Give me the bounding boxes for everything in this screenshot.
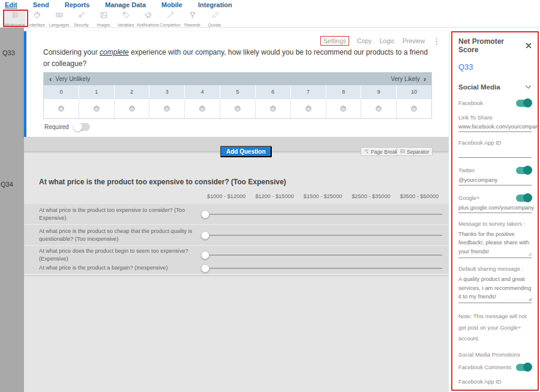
slider-handle[interactable] [201,210,209,219]
menu-reports[interactable]: Reports [65,1,90,8]
facebook-app-id-2-input[interactable] [458,385,532,391]
scale-value: 2 [115,85,150,98]
separator-icon [400,149,405,155]
slider-handle[interactable] [201,264,209,273]
twitter-handle-input[interactable]: @yourcompany [458,174,532,185]
chevron-down-icon[interactable] [525,85,532,89]
toolbar-item-languages[interactable]: Languages [48,9,70,27]
toolbar-item-completion[interactable]: Completion [159,9,181,27]
toolbar-item-notifications[interactable]: Notifications [137,9,159,27]
toolbar-item-rewards[interactable]: Rewards [181,9,203,27]
radio-button[interactable] [270,106,276,112]
toolbar-label: Interface [29,23,44,27]
facebook-app-id-input[interactable] [458,146,532,158]
close-icon[interactable] [526,43,532,49]
facebook-toggle[interactable] [516,100,532,107]
toolbar-item-workspace[interactable]: Workspace [4,9,26,27]
scale-right-label: Very Likely [391,76,419,82]
social-media-section-header[interactable]: Social Media [458,83,532,91]
google-plus-row: Google+ [458,194,532,202]
toolbar-label: Completion [160,23,180,27]
radio-button[interactable] [235,106,241,112]
preview-button[interactable]: Preview [403,37,425,44]
slider-row-label: At what price is the product too expensi… [24,207,201,222]
google-plus-toggle[interactable] [516,194,532,202]
separator-button[interactable]: Separator [397,147,433,156]
slider-row-label: At what price does the product begin to … [24,247,201,262]
question-actions: Settings Copy Logic Preview ⋮ [320,36,440,46]
settings-panel: Net Promoter Score Q33 Social Media Face… [451,31,539,391]
scale-value: 3 [149,85,185,98]
price-slider[interactable] [201,264,442,273]
chevron-right-icon[interactable]: › [424,75,426,83]
slider-row: At what price is the product too expensi… [24,204,449,224]
facebook-comments-label: Facebook Comments [458,364,511,370]
page-break-button[interactable]: Page Break [361,147,401,156]
add-question-button[interactable]: Add Question [220,146,272,157]
link-to-share-input[interactable]: www.facebook.com/yourcompany [458,121,532,132]
menu-integration[interactable]: Integration [198,1,232,8]
palette-icon [33,11,41,22]
radio-button[interactable] [58,106,64,112]
radio-button[interactable] [94,106,100,112]
menu-manage-data[interactable]: Manage Data [105,1,146,8]
panel-title: Net Promoter Score [458,37,526,54]
facebook-app-id-2-label: Facebook App ID [458,379,532,385]
more-options-icon[interactable]: ⋮ [433,37,440,45]
facebook-app-id-label: Facebook App ID [458,140,532,146]
menu-send[interactable]: Send [33,1,49,8]
google-plus-url-input[interactable]: plus.google.com/yourcompany [458,202,532,213]
slider-handle[interactable] [201,251,209,259]
radio-button[interactable] [305,106,311,112]
toolbar-label: Workspace [5,23,25,27]
slider-row: At what price does the product begin to … [24,246,449,264]
price-slider[interactable] [201,210,442,219]
scale-value: 6 [256,85,291,98]
facebook-comments-toggle[interactable] [516,364,532,371]
price-slider[interactable] [201,231,442,240]
panel-header: Net Promoter Score [458,37,532,54]
question-text[interactable]: Considering your complete experience wit… [43,47,432,70]
message-textarea[interactable]: Thanks for the positive feedback!, pleas… [458,230,532,258]
toolbar-item-quotas[interactable]: Quotas [203,9,226,27]
page-break-icon [364,149,369,155]
toolbar-label: Images [97,23,110,27]
required-toggle[interactable] [74,123,90,131]
radio-button[interactable] [340,106,346,112]
panel-question-id-link[interactable]: Q33 [458,62,532,71]
slider-row: At what price is the product so cheap th… [24,225,449,245]
keyboard-icon [55,11,64,22]
toolbar-item-images[interactable]: Images [92,9,115,27]
copy-button[interactable]: Copy [357,37,372,44]
price-column: $3500 - $50000 [395,193,443,199]
toolbar-label: Variables [118,23,134,27]
slider-handle[interactable] [201,231,209,240]
default-sharing-textarea[interactable]: A quality product and great services, I … [458,275,532,303]
scale-value: 4 [185,85,220,98]
slider-track [201,268,442,269]
radio-button[interactable] [129,106,135,112]
tag-icon [122,11,130,22]
toolbar-label: Languages [49,23,70,27]
settings-button[interactable]: Settings [320,36,349,46]
menu-mobile[interactable]: Mobile [161,1,182,8]
toolbar-item-security[interactable]: Security [70,9,92,27]
price-slider[interactable] [201,251,442,259]
menu-edit[interactable]: Edit [5,1,17,8]
twitter-toggle[interactable] [516,167,532,174]
radio-button[interactable] [411,106,417,112]
question-emphasis: complete [100,48,129,56]
logic-button[interactable]: Logic [380,37,395,44]
toolbar-item-variables[interactable]: Variables [115,9,137,27]
radio-button[interactable] [164,106,170,112]
price-column: $2500 - $35000 [347,193,395,199]
radio-button[interactable] [199,106,205,112]
q34-title[interactable]: At what price is the product too expensi… [39,178,286,186]
toolbar-item-interface[interactable]: Interface [26,9,48,27]
required-label: Required [44,124,69,130]
chevron-left-icon[interactable]: ‹ [49,75,52,83]
workspace-icon [11,11,19,22]
nps-scale-header: ‹Very Unlikely Very Likely› [44,73,431,85]
radio-button[interactable] [376,106,382,112]
image-icon [100,11,108,22]
